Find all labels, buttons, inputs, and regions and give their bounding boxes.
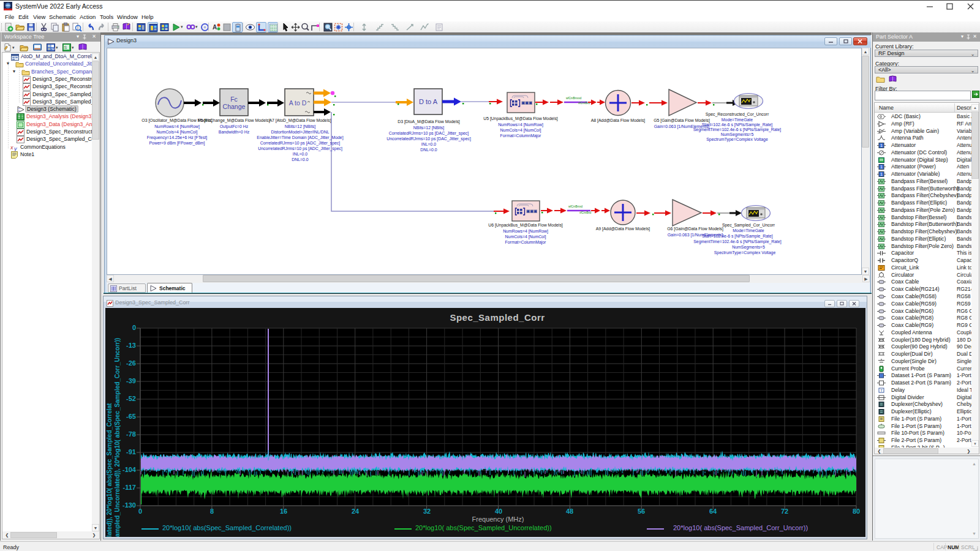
svg-text:Power=9 dBm [FPower_dBm]: Power=9 dBm [FPower_dBm] <box>149 141 205 146</box>
svg-text:NumRows=4 [NumRow]: NumRows=4 [NumRow] <box>498 122 543 127</box>
svg-text:NumCols=4 [NumCol]: NumCols=4 [NumCol] <box>500 128 541 133</box>
svg-text:xfCnxBxd: xfCnxBxd <box>579 211 592 214</box>
svg-text:CorrelatedRJrms=10 ps [DAC_Jit: CorrelatedRJrms=10 ps [DAC_Jitter_spec] <box>389 131 469 136</box>
svg-text:INL=0.0: INL=0.0 <box>293 152 307 156</box>
svg-text:Frequency=14.25e+6 Hz [FTest]: Frequency=14.25e+6 Hz [FTest] <box>147 135 208 140</box>
svg-text:A8 [Add@Data Flow Models]: A8 [Add@Data Flow Models] <box>591 118 646 123</box>
svg-text:T: T <box>880 389 883 392</box>
svg-text:NBits=12 [NBits]: NBits=12 [NBits] <box>285 124 315 129</box>
svg-text:SI: SI <box>51 47 55 51</box>
svg-text:NBits=12 [NBits]: NBits=12 [NBits] <box>413 126 444 130</box>
svg-text:DNL=0.0: DNL=0.0 <box>292 157 309 162</box>
svg-text:Spec_Sampled_Cor_Uncorr: Spec_Sampled_Cor_Uncorr <box>722 223 775 228</box>
svg-text:NumSegments=5: NumSegments=5 <box>732 245 765 250</box>
svg-text:Bandwidth=0 Hz: Bandwidth=0 Hz <box>219 130 250 134</box>
svg-text:Mode=TimeGate: Mode=TimeGate <box>733 228 764 233</box>
svg-text:D to A: D to A <box>419 98 438 105</box>
svg-text:Format=ColumnMajor: Format=ColumnMajor <box>505 240 547 245</box>
svg-text:S: S <box>64 45 67 50</box>
svg-text:1: 1 <box>880 172 883 176</box>
svg-text:SegmentTime=102.4e-6 s [NPts/S: SegmentTime=102.4e-6 s [NPts/Sample_Rate… <box>693 239 782 244</box>
svg-text:NumRows=4 [NumRow]: NumRows=4 [NumRow] <box>503 229 548 234</box>
svg-text:CorrelatedRJrms=10 ps [ADC_Jit: CorrelatedRJrms=10 ps [ADC_Jitter_spec] <box>260 141 340 146</box>
svg-text:OutputFc=0 Hz: OutputFc=0 Hz <box>220 124 249 129</box>
svg-text:D3 [DtoA_M@Data Flow Models]: D3 [DtoA_M@Data Flow Models] <box>398 119 460 124</box>
svg-text:G6 [Gain@Data Flow Models]: G6 [Gain@Data Flow Models] <box>667 227 723 231</box>
svg-text:DNL=0.0: DNL=0.0 <box>420 148 437 152</box>
svg-text:SpectrumType=Complex Voltage: SpectrumType=Complex Voltage <box>706 137 768 142</box>
svg-text:x: x <box>10 144 13 151</box>
svg-text:NumCols=4 [NumCol]: NumCols=4 [NumCol] <box>505 234 546 239</box>
svg-text:A7 [AtoD_M@Data Flow Models]: A7 [AtoD_M@Data Flow Models] <box>269 118 331 123</box>
svg-text:A9 [Add@Data Flow Models]: A9 [Add@Data Flow Models] <box>596 227 650 231</box>
svg-text:NumCols=4 [NumCol]: NumCols=4 [NumCol] <box>157 130 198 135</box>
svg-text:NumSegments=5: NumSegments=5 <box>721 132 754 137</box>
svg-text:UncorrelatedRJrms=10 ps [DAC_J: UncorrelatedRJrms=10 ps [DAC_Jitter_spec… <box>386 137 471 141</box>
svg-text:A: A <box>213 24 217 31</box>
svg-text:wfCmBmxd: wfCmBmxd <box>568 205 582 208</box>
svg-text:Mode=TimeGate: Mode=TimeGate <box>722 118 753 122</box>
svg-text:y: y <box>13 146 17 151</box>
svg-text:wfCmBmxxd: wfCmBmxxd <box>566 97 582 100</box>
svg-text:SpectrumType=Complex Voltage: SpectrumType=Complex Voltage <box>714 250 776 255</box>
svg-text:Change: Change <box>223 103 246 110</box>
svg-text:Start=102.4e-6 s [NPts/Sample_: Start=102.4e-6 s [NPts/Sample_Rate] <box>702 234 773 239</box>
svg-text:1: 1 <box>880 143 883 148</box>
svg-text:F5 [FcChange_M@Data Flow Model: F5 [FcChange_M@Data Flow Models] <box>198 118 270 123</box>
svg-text:U6 [UnpackBus_M@Data Flow Mode: U6 [UnpackBus_M@Data Flow Models] <box>488 223 563 228</box>
svg-text:U5 [UnpackBus_M@Data Flow Mode: U5 [UnpackBus_M@Data Flow Models] <box>483 116 558 121</box>
svg-text:Fc: Fc <box>230 96 238 103</box>
svg-text:Start=102.4e-6 s [NPts/Sample_: Start=102.4e-6 s [NPts/Sample_Rate] <box>702 122 773 127</box>
svg-text:DistortionModel=Jitter/INL/DNL: DistortionModel=Jitter/INL/DNL <box>271 130 329 134</box>
svg-text:1: 1 <box>880 165 883 169</box>
svg-text:Spec_Reconstructed_Cor_Uncorr: Spec_Reconstructed_Cor_Uncorr <box>706 112 769 117</box>
svg-text:EnableJitter=Time Domain [ADC_: EnableJitter=Time Domain [ADC_Jitter_Mod… <box>257 135 343 140</box>
svg-text:INL=0.0: INL=0.0 <box>421 142 436 146</box>
svg-text:NumRows=4 [NumRow]: NumRows=4 [NumRow] <box>154 124 200 129</box>
svg-text:UncorrelatedRJrms=10 ps [ADC_J: UncorrelatedRJrms=10 ps [ADC_Jitter_spec… <box>258 146 342 151</box>
svg-text:SegmentTime=102.4e-6 s [NPts/S: SegmentTime=102.4e-6 s [NPts/Sample_Rate… <box>693 127 782 132</box>
svg-text:A to D: A to D <box>289 99 307 107</box>
svg-text:Format=ColumnMajor: Format=ColumnMajor <box>500 133 542 138</box>
